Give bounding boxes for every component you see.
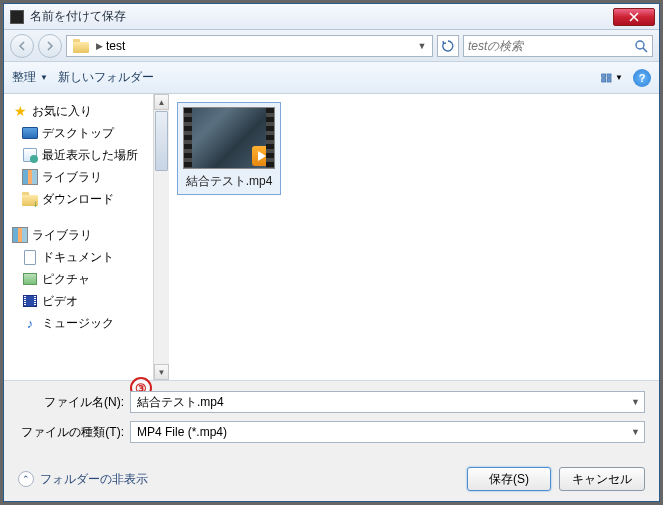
library-icon — [22, 169, 38, 185]
svg-line-1 — [643, 48, 647, 52]
video-thumbnail — [183, 107, 275, 169]
scroll-up-button[interactable]: ▲ — [154, 94, 169, 110]
svg-rect-3 — [607, 73, 611, 76]
address-dropdown[interactable]: ▼ — [414, 41, 430, 51]
hide-folders-label: フォルダーの非表示 — [40, 471, 148, 488]
chevron-down-icon: ▼ — [40, 73, 48, 82]
sidebar-scrollbar[interactable]: ▲ ▼ — [153, 94, 169, 380]
close-icon — [629, 12, 639, 22]
sidebar-item-library-fav[interactable]: ライブラリ — [8, 166, 169, 188]
file-name: 結合テスト.mp4 — [186, 173, 273, 190]
svg-point-0 — [636, 41, 644, 49]
save-dialog: 名前を付けて保存 ▶ test ▼ 整理 ▼ 新しいフォルダー — [3, 3, 660, 502]
svg-rect-2 — [602, 73, 606, 76]
organize-label: 整理 — [12, 69, 36, 86]
filetype-label: ファイルの種類(T): — [18, 424, 130, 441]
sidebar-library-header[interactable]: ライブラリ — [8, 224, 169, 246]
downloads-label: ダウンロード — [42, 191, 114, 208]
forward-button[interactable] — [38, 34, 62, 58]
video-icon — [22, 293, 38, 309]
folder-icon — [73, 39, 89, 53]
body-area: ★ お気に入り デスクトップ 最近表示した場所 ライブラリ ダウンロ — [4, 94, 659, 381]
view-options-button[interactable]: ▼ — [601, 68, 623, 88]
address-bar[interactable]: ▶ test ▼ — [66, 35, 433, 57]
sidebar-item-recent[interactable]: 最近表示した場所 — [8, 144, 169, 166]
title-bar: 名前を付けて保存 — [4, 4, 659, 30]
filename-input[interactable]: 結合テスト.mp4 ▼ — [130, 391, 645, 413]
recent-label: 最近表示した場所 — [42, 147, 138, 164]
scroll-down-button[interactable]: ▼ — [154, 364, 169, 380]
desktop-icon — [22, 125, 38, 141]
search-box[interactable] — [463, 35, 653, 57]
footer: ⌃ フォルダーの非表示 保存(S) キャンセル — [4, 457, 659, 501]
download-icon — [22, 191, 38, 207]
filename-label: ファイル名(N): — [18, 394, 130, 411]
sidebar-item-videos[interactable]: ビデオ — [8, 290, 169, 312]
sidebar-item-pictures[interactable]: ピクチャ — [8, 268, 169, 290]
filetype-select[interactable]: MP4 File (*.mp4) ▼ — [130, 421, 645, 443]
library-icon — [12, 227, 28, 243]
svg-rect-4 — [602, 78, 606, 81]
search-input[interactable] — [468, 39, 634, 53]
sidebar-item-music[interactable]: ♪ ミュージック — [8, 312, 169, 334]
library-fav-label: ライブラリ — [42, 169, 102, 186]
view-icon — [601, 71, 613, 85]
sidebar-item-documents[interactable]: ドキュメント — [8, 246, 169, 268]
recent-icon — [22, 147, 38, 163]
file-list-pane[interactable]: 結合テスト.mp4 — [169, 94, 659, 380]
sidebar-favorites-header[interactable]: ★ お気に入り — [8, 100, 169, 122]
organize-menu[interactable]: 整理 ▼ — [12, 69, 48, 86]
hide-folders-toggle[interactable]: ⌃ フォルダーの非表示 — [18, 471, 148, 488]
toolbar: 整理 ▼ 新しいフォルダー ▼ ? — [4, 62, 659, 94]
sidebar-item-downloads[interactable]: ダウンロード — [8, 188, 169, 210]
chevron-down-icon[interactable]: ▼ — [631, 397, 640, 407]
music-label: ミュージック — [42, 315, 114, 332]
refresh-button[interactable] — [437, 35, 459, 57]
app-icon — [10, 10, 24, 24]
sidebar-item-desktop[interactable]: デスクトップ — [8, 122, 169, 144]
nav-bar: ▶ test ▼ — [4, 30, 659, 62]
new-folder-button[interactable]: 新しいフォルダー — [58, 69, 154, 86]
help-button[interactable]: ? — [633, 69, 651, 87]
documents-label: ドキュメント — [42, 249, 114, 266]
pictures-label: ピクチャ — [42, 271, 90, 288]
chevron-right-icon: ▶ — [93, 41, 106, 51]
file-item[interactable]: 結合テスト.mp4 — [177, 102, 281, 195]
scroll-thumb[interactable] — [155, 111, 168, 171]
filename-value: 結合テスト.mp4 — [137, 394, 224, 411]
library-header-label: ライブラリ — [32, 227, 92, 244]
search-icon[interactable] — [634, 39, 648, 53]
refresh-icon — [442, 40, 454, 52]
svg-rect-5 — [607, 78, 611, 81]
navigation-pane: ★ お気に入り デスクトップ 最近表示した場所 ライブラリ ダウンロ — [4, 94, 169, 380]
chevron-up-icon: ⌃ — [18, 471, 34, 487]
form-area: ③ ファイル名(N): 結合テスト.mp4 ▼ ファイルの種類(T): MP4 … — [4, 381, 659, 457]
picture-icon — [22, 271, 38, 287]
videos-label: ビデオ — [42, 293, 78, 310]
desktop-label: デスクトップ — [42, 125, 114, 142]
chevron-down-icon: ▼ — [615, 73, 623, 82]
window-title: 名前を付けて保存 — [30, 8, 613, 25]
address-path: test — [106, 39, 414, 53]
favorites-label: お気に入り — [32, 103, 92, 120]
back-button[interactable] — [10, 34, 34, 58]
music-icon: ♪ — [22, 315, 38, 331]
star-icon: ★ — [12, 103, 28, 119]
save-button[interactable]: 保存(S) — [467, 467, 551, 491]
close-button[interactable] — [613, 8, 655, 26]
filetype-value: MP4 File (*.mp4) — [137, 425, 227, 439]
document-icon — [22, 249, 38, 265]
cancel-button[interactable]: キャンセル — [559, 467, 645, 491]
play-icon — [252, 146, 272, 166]
chevron-down-icon[interactable]: ▼ — [631, 427, 640, 437]
new-folder-label: 新しいフォルダー — [58, 69, 154, 86]
